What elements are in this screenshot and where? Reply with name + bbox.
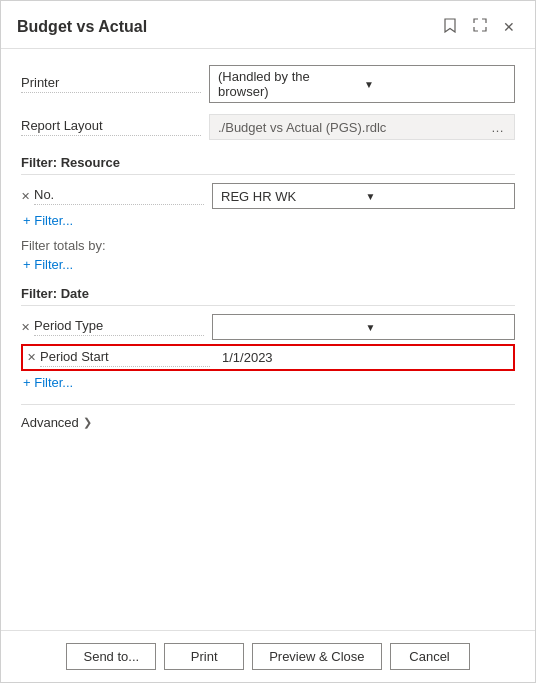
report-layout-control: ./Budget vs Actual (PGS).rdlc … [209,114,515,140]
no-filter-remove-icon[interactable]: ✕ [21,190,30,203]
advanced-section[interactable]: Advanced ❯ [21,404,515,430]
advanced-chevron-icon: ❯ [83,416,92,429]
dialog-body: Printer (Handled by the browser) ▼ Repor… [1,49,535,630]
printer-row: Printer (Handled by the browser) ▼ [21,65,515,103]
dialog-title: Budget vs Actual [17,18,147,36]
printer-value: (Handled by the browser) [218,69,360,99]
resource-add-filter-label: + Filter... [23,213,73,228]
period-start-remove-icon[interactable]: ✕ [27,351,36,364]
filter-resource-title: Filter: Resource [21,155,515,175]
period-type-dropdown-icon: ▼ [366,322,507,333]
date-add-filter-label: + Filter... [23,375,73,390]
send-to-button[interactable]: Send to... [66,643,156,670]
no-filter-row: ✕ No. REG HR WK ▼ [21,183,515,209]
advanced-label: Advanced [21,415,79,430]
dialog: Budget vs Actual ✕ Printer (Handled by t… [0,0,536,683]
preview-close-button[interactable]: Preview & Close [252,643,381,670]
period-start-input[interactable] [218,348,509,367]
printer-select[interactable]: (Handled by the browser) ▼ [209,65,515,103]
period-type-remove-icon[interactable]: ✕ [21,321,30,334]
printer-label: Printer [21,75,201,93]
period-type-select[interactable]: ▼ [212,314,515,340]
bookmark-icon[interactable] [439,15,461,38]
no-filter-dropdown-icon: ▼ [366,191,507,202]
filter-date-title: Filter: Date [21,286,515,306]
period-type-control: ▼ [212,314,515,340]
totals-add-filter-button[interactable]: + Filter... [21,257,515,272]
period-type-label: Period Type [34,318,204,336]
printer-control: (Handled by the browser) ▼ [209,65,515,103]
period-start-row: ✕ Period Start [21,344,515,371]
no-filter-control: REG HR WK ▼ [212,183,515,209]
no-filter-select[interactable]: REG HR WK ▼ [212,183,515,209]
date-add-filter-button[interactable]: + Filter... [21,375,515,390]
resource-add-filter-button[interactable]: + Filter... [21,213,515,228]
dialog-header: Budget vs Actual ✕ [1,1,535,49]
period-type-row: ✕ Period Type ▼ [21,314,515,340]
header-icons: ✕ [439,15,519,38]
report-layout-value-container: ./Budget vs Actual (PGS).rdlc … [209,114,515,140]
no-filter-label: No. [34,187,204,205]
expand-icon[interactable] [469,16,491,37]
filter-totals-label: Filter totals by: [21,238,515,253]
cancel-button[interactable]: Cancel [390,643,470,670]
period-start-label: Period Start [40,349,210,367]
printer-dropdown-icon: ▼ [364,79,506,90]
report-layout-value: ./Budget vs Actual (PGS).rdlc [218,120,386,135]
no-filter-value: REG HR WK [221,189,362,204]
totals-add-filter-label: + Filter... [23,257,73,272]
dialog-footer: Send to... Print Preview & Close Cancel [1,630,535,682]
report-layout-label: Report Layout [21,118,201,136]
report-layout-row: Report Layout ./Budget vs Actual (PGS).r… [21,113,515,141]
report-layout-more-button[interactable]: … [489,120,506,135]
close-icon[interactable]: ✕ [499,17,519,37]
print-button[interactable]: Print [164,643,244,670]
